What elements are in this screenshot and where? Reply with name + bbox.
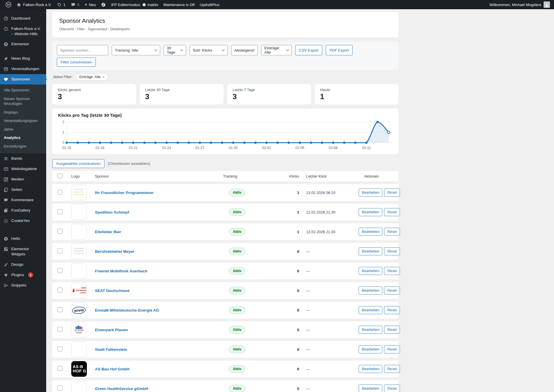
row-checkbox[interactable] bbox=[57, 386, 62, 391]
sponsor-link[interactable]: EnviaM Mitteldeutsche Energie AG bbox=[95, 308, 159, 312]
updraftplus-menu[interactable]: UpdraftPlus bbox=[197, 0, 222, 9]
wordpress-logo[interactable]: W bbox=[3, 0, 14, 9]
sidebar-item-elementor-widgets[interactable]: Elementor Widgets bbox=[0, 244, 46, 259]
remove-filter-icon[interactable]: × bbox=[102, 75, 104, 79]
row-checkbox[interactable] bbox=[57, 366, 62, 371]
sidebar-item-elementor[interactable]: Elementor bbox=[0, 39, 46, 49]
maintenance-menu[interactable]: Maintenance is Off bbox=[161, 0, 197, 9]
submenu-item-analytics[interactable]: Analytics bbox=[0, 133, 46, 142]
reset-button[interactable]: Reset bbox=[384, 247, 400, 255]
yoast-menu[interactable] bbox=[98, 0, 108, 9]
sidebar-item-design[interactable]: Design bbox=[0, 259, 46, 270]
reset-filters-button[interactable]: Filter zurücksetzen bbox=[57, 58, 96, 67]
sidebar-item-veranstaltungen[interactable]: Veranstaltungen bbox=[0, 64, 46, 74]
sidebar-item-dashboard[interactable]: Dashboard bbox=[0, 13, 46, 24]
sponsor-link[interactable]: Elsterpark Plauen bbox=[95, 328, 128, 332]
row-checkbox[interactable] bbox=[57, 190, 62, 195]
klicks-count: 0 bbox=[280, 328, 304, 332]
reset-button[interactable]: Reset bbox=[384, 385, 400, 392]
row-checkbox[interactable] bbox=[57, 307, 62, 312]
sidebar-item-snippets[interactable]: Snippets bbox=[0, 280, 46, 291]
sponsor-logo-placeholder: KEINSPONSORLOGO bbox=[71, 283, 87, 298]
submenu-item-neuen-sponsor-hinzuf-gen[interactable]: Neuen Sponsor hinzufügen bbox=[0, 95, 46, 108]
submenu-item-einstellungen[interactable]: Einstellungen bbox=[0, 142, 46, 151]
active-filter-chip[interactable]: Einträge: Alle × bbox=[76, 73, 108, 81]
search-input[interactable] bbox=[57, 45, 108, 55]
row-checkbox[interactable] bbox=[57, 346, 62, 351]
sidebar-item-cookieyes[interactable]: CookieYes bbox=[0, 216, 46, 226]
edit-button[interactable]: Bearbeiten bbox=[359, 365, 382, 373]
edit-button[interactable]: Bearbeiten bbox=[359, 247, 382, 255]
sidebar-item-news-blog[interactable]: News Blog bbox=[0, 53, 46, 64]
row-checkbox[interactable] bbox=[57, 248, 62, 253]
sidebar-item-falken-rock-e-v-website-hilfe[interactable]: Falken-Rock e.V. – Website-Hilfe bbox=[0, 24, 46, 39]
sidebar-item-label: Plugins bbox=[11, 272, 24, 278]
sponsor-link[interactable]: Spedition Schimpf bbox=[95, 210, 129, 214]
filter-select-tracking[interactable]: Tracking: Alle bbox=[112, 45, 160, 55]
reset-button[interactable]: Reset bbox=[384, 208, 400, 216]
sponsor-link[interactable]: Ihr Freundlicher Programmierer bbox=[95, 191, 154, 195]
reset-selected-button[interactable]: Ausgewählte zurücksetzen bbox=[52, 159, 104, 168]
pdf-export-button[interactable]: PDF Export bbox=[326, 45, 353, 55]
active-filters-row: Aktive Filter: Einträge: Alle × bbox=[53, 73, 398, 81]
sponsor-link[interactable]: Berufsdetektei Meyer bbox=[95, 249, 134, 254]
sponsor-link[interactable]: Ellefelder Bier bbox=[95, 230, 121, 234]
site-name-menu[interactable]: Falken-Rock e.V. bbox=[14, 0, 54, 9]
row-checkbox[interactable] bbox=[57, 229, 62, 234]
reset-button[interactable]: Reset bbox=[384, 326, 400, 334]
submenu-item-alle-sponsoren[interactable]: Alle Sponsoren bbox=[0, 86, 46, 95]
reset-button[interactable]: Reset bbox=[384, 306, 400, 314]
new-content-menu[interactable]: + Neu bbox=[82, 0, 98, 9]
ifp-editor-mode[interactable]: IFP Editiermodus: inaktiv bbox=[108, 0, 161, 9]
stat-label: Heute bbox=[320, 88, 393, 92]
edit-button[interactable]: Bearbeiten bbox=[359, 228, 382, 236]
filter-select-sort[interactable]: Sort: Klicks bbox=[190, 45, 228, 55]
row-checkbox[interactable] bbox=[57, 327, 62, 332]
edit-button[interactable]: Bearbeiten bbox=[359, 287, 382, 295]
sponsor-link[interactable]: Freenet Mobilfunk Auerbach bbox=[95, 269, 147, 273]
sponsor-link[interactable]: Green HealthService gGmbH bbox=[95, 387, 148, 391]
csv-export-button[interactable]: CSV Export bbox=[295, 45, 322, 55]
comments-menu[interactable]: 0 bbox=[68, 0, 82, 9]
submenu-item-displays[interactable]: Displays bbox=[0, 108, 46, 117]
sidebar-item-bands[interactable]: Bands bbox=[0, 153, 46, 164]
select-all-checkbox[interactable] bbox=[57, 173, 62, 178]
sidebar-item-seiten[interactable]: Seiten bbox=[0, 184, 46, 195]
submenu-item-jahre[interactable]: Jahre bbox=[0, 125, 46, 134]
filter-select-absteigend[interactable]: Absteigend bbox=[231, 45, 258, 55]
row-checkbox[interactable] bbox=[57, 288, 62, 293]
submenu-item-veranstaltungstypen[interactable]: Veranstaltungstypen bbox=[0, 116, 46, 125]
sidebar-item-hello[interactable]: Hello bbox=[0, 233, 46, 244]
welcome-text[interactable]: Willkommen, Michael Mogdans bbox=[489, 3, 541, 7]
row-checkbox[interactable] bbox=[57, 209, 62, 214]
edit-button[interactable]: Bearbeiten bbox=[359, 208, 382, 216]
edit-button[interactable]: Bearbeiten bbox=[359, 345, 382, 353]
edit-button[interactable]: Bearbeiten bbox=[359, 189, 382, 197]
sponsor-link[interactable]: SEAT Deutschland bbox=[95, 289, 130, 293]
reset-button[interactable]: Reset bbox=[384, 287, 400, 295]
row-checkbox[interactable] bbox=[57, 268, 62, 273]
edit-button[interactable]: Bearbeiten bbox=[359, 267, 382, 275]
updates-menu[interactable]: 1 bbox=[54, 0, 68, 9]
avatar[interactable] bbox=[544, 1, 550, 8]
sidebar-item-medien[interactable]: Medien bbox=[0, 174, 46, 184]
filter-select-eintr-ge[interactable]: Einträge: Alle bbox=[261, 45, 292, 55]
edit-button[interactable]: Bearbeiten bbox=[359, 385, 382, 392]
reset-button[interactable]: Reset bbox=[384, 189, 400, 197]
reset-button[interactable]: Reset bbox=[384, 345, 400, 353]
sidebar-item-foogallery[interactable]: FooGallery bbox=[0, 205, 46, 216]
reset-button[interactable]: Reset bbox=[384, 365, 400, 373]
edit-button[interactable]: Bearbeiten bbox=[359, 326, 382, 334]
edit-button[interactable]: Bearbeiten bbox=[359, 306, 382, 314]
table-row: Freenet Mobilfunk AuerbachAktiv0—Bearbei… bbox=[52, 263, 398, 279]
svg-text:01-21: 01-21 bbox=[129, 146, 138, 150]
reset-button[interactable]: Reset bbox=[384, 267, 400, 275]
sidebar-item-plugins[interactable]: Plugins1 bbox=[0, 270, 46, 280]
reset-button[interactable]: Reset bbox=[384, 228, 400, 236]
sidebar-item-sponsoren[interactable]: Sponsoren bbox=[0, 74, 46, 84]
filter-select-30-tage[interactable]: 30 Tage bbox=[164, 45, 186, 55]
sponsor-link[interactable]: Stadt Falkenstein bbox=[95, 347, 127, 352]
sidebar-item-kommentare[interactable]: Kommentare bbox=[0, 195, 46, 205]
sponsor-link[interactable]: AS-Bau Hof GmbH bbox=[95, 367, 129, 371]
sidebar-item-websitegalerie[interactable]: Websitegalerie bbox=[0, 164, 46, 174]
